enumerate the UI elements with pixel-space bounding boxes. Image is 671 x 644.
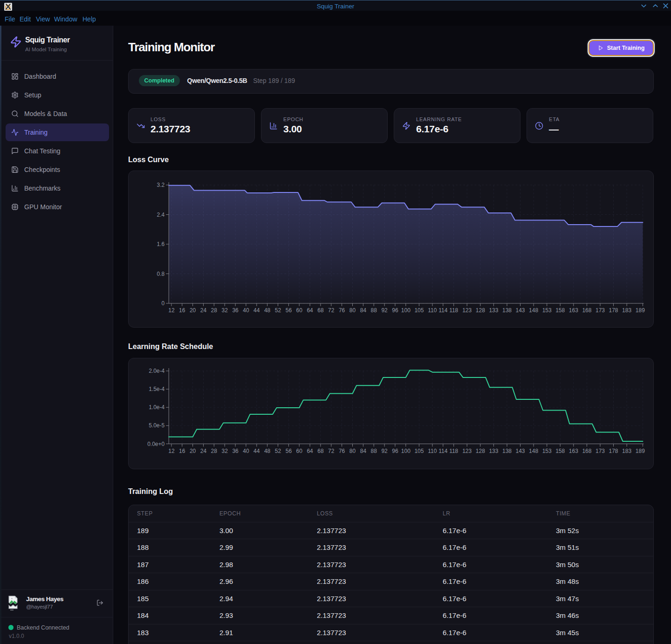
svg-text:48: 48 — [264, 307, 271, 314]
svg-text:24: 24 — [200, 448, 207, 454]
svg-text:1.6: 1.6 — [157, 241, 165, 247]
svg-text:153: 153 — [542, 307, 552, 314]
svg-text:88: 88 — [371, 307, 377, 314]
svg-text:56: 56 — [286, 307, 292, 314]
svg-text:12: 12 — [168, 448, 175, 454]
svg-text:123: 123 — [462, 307, 472, 314]
svg-text:0: 0 — [162, 300, 165, 307]
svg-text:60: 60 — [296, 448, 303, 454]
svg-text:1.5e-4: 1.5e-4 — [149, 386, 164, 392]
svg-text:105: 105 — [414, 448, 424, 454]
svg-text:143: 143 — [515, 448, 525, 454]
svg-text:133: 133 — [489, 307, 498, 314]
svg-text:88: 88 — [371, 448, 377, 454]
svg-text:105: 105 — [414, 307, 424, 314]
svg-text:100: 100 — [401, 448, 411, 454]
svg-text:60: 60 — [296, 307, 303, 314]
svg-text:96: 96 — [392, 307, 398, 314]
svg-text:114: 114 — [438, 307, 447, 314]
svg-text:153: 153 — [542, 448, 552, 454]
svg-text:148: 148 — [529, 307, 538, 314]
svg-text:68: 68 — [317, 307, 324, 314]
svg-text:16: 16 — [179, 307, 185, 314]
svg-text:20: 20 — [190, 307, 196, 314]
svg-text:3.2: 3.2 — [157, 182, 165, 188]
svg-text:16: 16 — [179, 448, 185, 454]
svg-text:118: 118 — [449, 448, 458, 454]
svg-text:84: 84 — [360, 448, 367, 454]
svg-text:123: 123 — [462, 448, 472, 454]
svg-text:28: 28 — [211, 307, 218, 314]
svg-text:76: 76 — [339, 448, 345, 454]
svg-text:28: 28 — [211, 448, 218, 454]
svg-text:168: 168 — [582, 307, 591, 314]
svg-text:158: 158 — [555, 448, 565, 454]
svg-text:183: 183 — [622, 307, 631, 314]
svg-text:138: 138 — [502, 448, 512, 454]
svg-text:40: 40 — [243, 448, 249, 454]
svg-text:5.0e-5: 5.0e-5 — [149, 422, 164, 429]
svg-text:128: 128 — [476, 448, 485, 454]
svg-text:40: 40 — [243, 307, 249, 314]
svg-text:128: 128 — [476, 307, 485, 314]
svg-text:173: 173 — [596, 307, 605, 314]
svg-text:20: 20 — [190, 448, 196, 454]
svg-text:0.8: 0.8 — [157, 271, 165, 277]
svg-text:114: 114 — [438, 448, 447, 454]
svg-text:12: 12 — [168, 307, 175, 314]
svg-text:1.0e-4: 1.0e-4 — [149, 404, 164, 411]
svg-text:110: 110 — [428, 448, 437, 454]
svg-text:0.0e+0: 0.0e+0 — [147, 441, 164, 447]
svg-text:36: 36 — [232, 307, 239, 314]
svg-text:138: 138 — [502, 307, 512, 314]
svg-text:52: 52 — [275, 448, 281, 454]
svg-text:32: 32 — [222, 307, 228, 314]
svg-text:68: 68 — [317, 448, 324, 454]
svg-text:84: 84 — [360, 307, 367, 314]
svg-text:44: 44 — [253, 307, 260, 314]
svg-text:92: 92 — [381, 448, 388, 454]
svg-text:92: 92 — [381, 307, 388, 314]
svg-text:48: 48 — [264, 448, 271, 454]
svg-text:100: 100 — [401, 307, 411, 314]
svg-text:143: 143 — [515, 307, 525, 314]
svg-text:133: 133 — [489, 448, 498, 454]
svg-text:2.0e-4: 2.0e-4 — [149, 368, 164, 374]
svg-text:72: 72 — [328, 307, 335, 314]
svg-text:163: 163 — [569, 448, 578, 454]
svg-text:32: 32 — [222, 448, 228, 454]
svg-text:178: 178 — [609, 307, 618, 314]
svg-text:56: 56 — [286, 448, 292, 454]
svg-text:2.4: 2.4 — [157, 212, 165, 218]
svg-text:76: 76 — [339, 307, 345, 314]
svg-text:64: 64 — [307, 448, 313, 454]
svg-text:189: 189 — [636, 307, 645, 314]
svg-text:44: 44 — [253, 448, 260, 454]
svg-text:168: 168 — [582, 448, 591, 454]
svg-text:80: 80 — [349, 448, 356, 454]
svg-text:52: 52 — [275, 307, 281, 314]
svg-text:110: 110 — [428, 307, 437, 314]
svg-text:178: 178 — [609, 448, 618, 454]
svg-text:118: 118 — [449, 307, 458, 314]
svg-text:80: 80 — [349, 307, 356, 314]
svg-text:158: 158 — [555, 307, 565, 314]
svg-text:148: 148 — [529, 448, 538, 454]
svg-text:36: 36 — [232, 448, 239, 454]
svg-text:64: 64 — [307, 307, 313, 314]
svg-text:189: 189 — [636, 448, 645, 454]
svg-text:173: 173 — [596, 448, 605, 454]
svg-text:163: 163 — [569, 307, 578, 314]
svg-text:96: 96 — [392, 448, 398, 454]
svg-text:183: 183 — [622, 448, 631, 454]
svg-text:72: 72 — [328, 448, 335, 454]
svg-text:24: 24 — [200, 307, 207, 314]
